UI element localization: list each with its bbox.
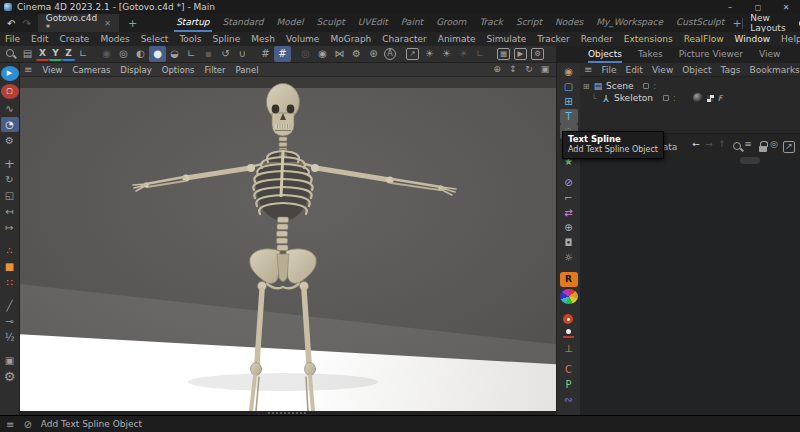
zoom-view-icon[interactable]: ↕ xyxy=(506,64,520,76)
layout-tab-uvedit[interactable]: UVEdit xyxy=(356,14,390,32)
autokey-icon[interactable]: A xyxy=(384,48,396,60)
tracer-icon[interactable]: ⌐ xyxy=(560,190,578,205)
axis-y-lock[interactable]: Y xyxy=(49,47,62,61)
target-dim-icon[interactable]: ◎ xyxy=(297,46,314,62)
sphere-half-icon[interactable]: ◐ xyxy=(132,46,149,62)
close-button[interactable]: ✕ xyxy=(772,0,800,14)
tool-options-icon[interactable]: ⚙ xyxy=(1,133,19,148)
vp-item-options[interactable]: Options xyxy=(162,65,195,75)
layout-tab-my-workspace[interactable]: My_Workspace xyxy=(594,14,665,32)
move-tool[interactable]: + xyxy=(1,156,19,171)
redo-icon[interactable]: ↷ xyxy=(22,18,30,29)
spline-mask-icon[interactable]: ⊘ xyxy=(560,175,578,190)
restore-button[interactable]: ◻ xyxy=(744,0,772,14)
menu-item-create[interactable]: Create xyxy=(60,34,90,44)
layout-tab-startup[interactable]: Startup xyxy=(174,14,211,32)
c-tag-icon[interactable]: C xyxy=(560,362,578,377)
undo-workplane-icon[interactable]: ↺ xyxy=(217,46,234,62)
spark-icon[interactable]: ☀ xyxy=(421,46,438,62)
tree-row-skeleton[interactable]: └ Y Skeleton : F xyxy=(580,92,800,104)
om-item-file[interactable]: File xyxy=(601,65,616,75)
om-hamburger-icon[interactable]: ≡ xyxy=(584,64,592,75)
rectangle-selection-tool[interactable]: ▢ xyxy=(1,84,19,99)
axis-z-lock[interactable]: Z xyxy=(62,47,75,61)
grid-icon[interactable]: # xyxy=(257,46,274,62)
attr-lock-icon[interactable] xyxy=(755,139,767,151)
layout-tab-sculpt[interactable]: Sculpt xyxy=(315,14,347,32)
menu-item-help[interactable]: Help xyxy=(781,34,800,44)
vp-item-panel[interactable]: Panel xyxy=(236,65,259,75)
attr-filter-icon[interactable]: ≡ xyxy=(742,139,754,151)
expander-icon[interactable]: ⊞ xyxy=(582,82,590,91)
tree-row-scene[interactable]: ⊞ ▤ Scene : xyxy=(580,80,800,92)
texture-mode[interactable]: ▣ xyxy=(1,353,19,368)
python-icon[interactable]: ∾ xyxy=(560,392,578,407)
planar-workplane-icon[interactable]: ◎ xyxy=(115,46,132,62)
phong-tag-icon[interactable]: F xyxy=(718,94,723,103)
render-picture-viewer-button[interactable]: ▶ xyxy=(514,48,527,60)
export-icon[interactable]: ↗ xyxy=(406,48,419,60)
render-view-button[interactable]: ▦ xyxy=(497,48,510,60)
vp-item-view[interactable]: View xyxy=(42,65,62,75)
light-icon[interactable]: ☼ xyxy=(560,250,578,265)
menu-item-select[interactable]: Select xyxy=(141,34,169,44)
skeleton-model[interactable] xyxy=(20,77,556,411)
editor-toggle[interactable] xyxy=(663,95,669,101)
ptab-view[interactable]: View xyxy=(759,49,780,63)
layout-tab-groom[interactable]: Groom xyxy=(434,14,468,32)
tab-close-icon[interactable]: ✕ xyxy=(104,19,111,28)
find-icon[interactable] xyxy=(2,46,19,62)
ptab-picture-viewer[interactable]: Picture Viewer xyxy=(679,49,743,63)
modifier-icon[interactable]: ⚙ xyxy=(348,46,365,62)
uvw-tag-icon[interactable] xyxy=(706,94,715,103)
viewport-canvas[interactable] xyxy=(20,77,556,411)
magnet-icon[interactable]: ∪ xyxy=(234,46,251,62)
layout-tab-script[interactable]: Script xyxy=(514,14,544,32)
ptab-takes[interactable]: Takes xyxy=(638,49,663,63)
menu-item-edit[interactable]: Edit xyxy=(31,34,48,44)
attr-up-icon[interactable]: ↑ xyxy=(716,139,728,151)
layout-tab-custsculpt[interactable]: CustSculpt xyxy=(674,14,726,32)
settings-gear[interactable]: ⚙ xyxy=(1,369,19,384)
minimize-button[interactable]: – xyxy=(716,0,744,14)
polygon-mode[interactable]: ∷ xyxy=(1,275,19,290)
menu-item-modes[interactable]: Modes xyxy=(100,34,129,44)
transform-right-icon[interactable]: ↦ xyxy=(1,220,19,235)
menu-item-file[interactable]: File xyxy=(5,34,20,44)
menu-item-mesh[interactable]: Mesh xyxy=(251,34,275,44)
om-item-object[interactable]: Object xyxy=(682,65,711,75)
menu-item-render[interactable]: Render xyxy=(581,34,613,44)
toggle-view-icon[interactable]: ▣ xyxy=(538,64,552,76)
om-item-edit[interactable]: Edit xyxy=(625,65,642,75)
object-label[interactable]: Skeleton xyxy=(614,93,653,103)
menu-item-tools[interactable]: Tools xyxy=(179,34,201,44)
layout-tab-track[interactable]: Track xyxy=(477,14,505,32)
visible-objects-icon[interactable]: ● xyxy=(149,46,166,62)
transform-left-icon[interactable]: ↤ xyxy=(1,204,19,219)
workplane-corner-icon[interactable]: ∟ xyxy=(183,46,200,62)
attr-target-icon[interactable]: ◎ xyxy=(768,139,780,151)
spark-dim-icon[interactable]: ☀ xyxy=(455,46,472,62)
new-document-button[interactable]: + xyxy=(119,17,146,30)
visibility-dots[interactable]: : xyxy=(653,82,656,91)
pen-tablet-icon[interactable]: ◉ xyxy=(560,64,578,79)
corner-dim-icon[interactable]: ∟ xyxy=(472,46,489,62)
menu-item-tracker[interactable]: Tracker xyxy=(537,34,569,44)
target-light-icon[interactable] xyxy=(560,311,578,326)
pen-icon[interactable]: ╱ xyxy=(1,298,19,313)
layout-tab-nodes[interactable]: Nodes xyxy=(553,14,585,32)
scale-tool[interactable]: ◱ xyxy=(1,188,19,203)
layout-tab-standard[interactable]: Standard xyxy=(221,14,266,32)
menu-item-volume[interactable]: Volume xyxy=(286,34,319,44)
workplane-icon[interactable]: ◉ xyxy=(98,46,115,62)
active-tool-icon[interactable]: ◔ xyxy=(1,117,19,132)
attr-back-icon[interactable]: ← xyxy=(690,139,702,151)
vp-item-display[interactable]: Display xyxy=(120,65,151,75)
vp-item-cameras[interactable]: Cameras xyxy=(73,65,111,75)
object-label[interactable]: Scene xyxy=(606,81,633,91)
om-item-view[interactable]: View xyxy=(652,65,673,75)
live-selection-tool[interactable]: ▶ xyxy=(1,66,19,81)
attr-search-icon[interactable] xyxy=(729,139,741,151)
p-tag-icon[interactable]: P xyxy=(560,377,578,392)
edge-mode[interactable]: ⊸ xyxy=(1,314,19,329)
